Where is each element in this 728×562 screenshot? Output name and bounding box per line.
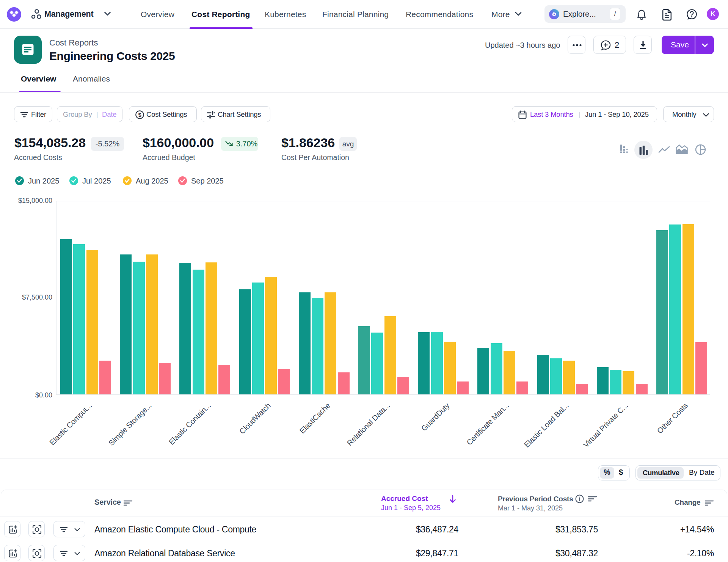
svg-text:$: $ (138, 111, 141, 118)
